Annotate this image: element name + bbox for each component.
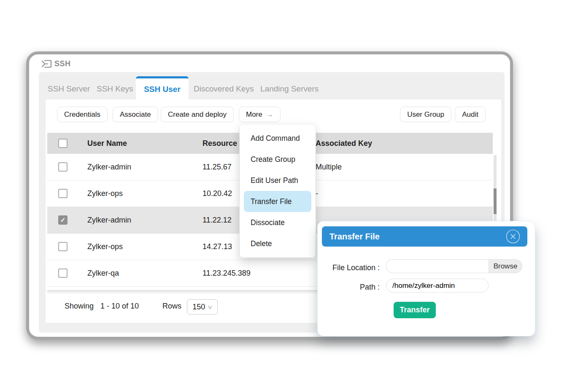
cell-user-name: Zylker-ops <box>87 242 202 251</box>
more-button[interactable]: More → <box>239 107 281 122</box>
audit-button[interactable]: Audit <box>455 107 486 122</box>
rows-label: Rows <box>162 302 181 311</box>
transfer-button[interactable]: Transfer <box>394 302 436 318</box>
tab-ssh-keys[interactable]: SSH Keys <box>97 84 133 94</box>
file-location-group: Browse <box>386 259 522 273</box>
row-checkbox[interactable] <box>58 242 68 251</box>
scrollbar-thumb[interactable] <box>494 188 497 214</box>
file-location-label: File Location : <box>318 263 380 272</box>
rows-per-page-select[interactable]: 150 ∨ <box>187 299 218 314</box>
path-input[interactable] <box>386 279 489 293</box>
create-and-deploy-button[interactable]: Create and deploy <box>161 107 234 122</box>
associate-button[interactable]: Associate <box>113 107 158 122</box>
tab-landing-servers[interactable]: Landing Servers <box>260 84 319 94</box>
row-checkbox[interactable] <box>58 162 68 172</box>
file-location-input[interactable] <box>386 259 489 273</box>
transfer-file-modal: Transfer File File Location : Browse Pat… <box>318 221 535 336</box>
credentials-button[interactable]: Credentials <box>57 107 108 122</box>
path-label: Path : <box>318 283 380 292</box>
cell-user-name: Zylker-qa <box>87 269 202 278</box>
cell-user-name: Zylker-ops <box>87 189 202 198</box>
row-checkbox[interactable] <box>58 189 68 198</box>
header-associated-key: Associated Key <box>316 139 493 148</box>
menu-item-dissociate[interactable]: Dissociate <box>240 212 316 233</box>
tab-ssh-user[interactable]: SSH User <box>136 76 189 100</box>
cell-resource: 11.23.245.389 <box>202 269 316 278</box>
tab-ssh-server[interactable]: SSH Server <box>48 84 90 94</box>
cell-user-name: Zylker-admin <box>87 163 202 172</box>
close-icon[interactable] <box>506 229 520 244</box>
right-arrow-icon: → <box>266 110 273 119</box>
menu-item-delete[interactable]: Delete <box>240 233 316 254</box>
screenshot-canvas: SSH SSH Server SSH Keys SSH User Discove… <box>0 0 567 392</box>
modal-header: Transfer File <box>322 226 527 247</box>
app-title-text: SSH <box>54 59 71 68</box>
header-user-name: User Name <box>87 139 202 148</box>
menu-item-edit-user-path[interactable]: Edit User Path <box>240 170 316 191</box>
select-all-checkbox[interactable] <box>58 139 68 148</box>
rows-per-page-value: 150 <box>192 303 205 311</box>
showing-range: 1 - 10 of 10 <box>100 302 139 311</box>
more-dropdown-menu: Add Command Create Group Edit User Path … <box>240 124 316 258</box>
tab-discovered-keys[interactable]: Discovered Keys <box>194 84 254 94</box>
chevron-down-icon: ∨ <box>207 304 213 310</box>
browse-button[interactable]: Browse <box>489 259 522 273</box>
row-checkbox[interactable] <box>58 215 68 225</box>
showing-label: Showing <box>65 302 94 311</box>
modal-title: Transfer File <box>329 232 380 242</box>
user-group-button[interactable]: User Group <box>400 107 451 122</box>
more-button-label: More <box>246 110 262 119</box>
app-title: SSH <box>41 59 71 68</box>
menu-item-transfer-file[interactable]: Transfer File <box>244 191 311 212</box>
ssh-terminal-icon <box>41 59 52 68</box>
cell-associated-key: Multiple <box>316 163 493 172</box>
menu-item-add-command[interactable]: Add Command <box>240 128 316 149</box>
menu-item-create-group[interactable]: Create Group <box>240 149 316 170</box>
cell-user-name: Zylker-admin <box>87 216 202 225</box>
cell-associated-key: - <box>316 189 493 198</box>
row-checkbox[interactable] <box>58 268 68 278</box>
